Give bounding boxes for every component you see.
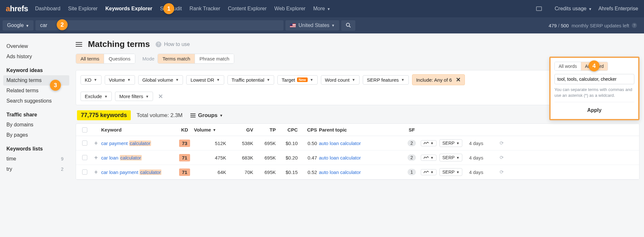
- filter-include[interactable]: Include: Any of 6✕: [412, 74, 465, 85]
- mode-label: Mode: [142, 56, 155, 61]
- expand-icon[interactable]: +: [91, 154, 101, 161]
- keyword-link[interactable]: car loan payment calculator: [101, 169, 175, 175]
- updated-cell: 4 days: [469, 169, 497, 175]
- expand-icon[interactable]: +: [91, 140, 101, 147]
- sidebar-overview[interactable]: Overview: [3, 41, 69, 51]
- nav-dashboard[interactable]: Dashboard: [35, 6, 60, 12]
- parent-topic-link[interactable]: auto loan calculator: [319, 155, 403, 160]
- chevron-down-icon: ▼: [216, 78, 220, 82]
- menu-toggle-icon[interactable]: [76, 42, 82, 47]
- refresh-icon[interactable]: ⟳: [497, 140, 506, 146]
- sidebar-list-time[interactable]: time9: [3, 154, 69, 164]
- logo-rest: hrefs: [10, 4, 28, 13]
- row-checkbox[interactable]: [82, 155, 87, 160]
- row-checkbox[interactable]: [82, 169, 87, 175]
- col-keyword[interactable]: Keyword: [101, 127, 175, 132]
- toggle-terms-match[interactable]: Terms match: [158, 54, 195, 63]
- credits-usage[interactable]: Credits usage▼: [555, 6, 592, 12]
- sidebar-by-pages[interactable]: By pages: [3, 130, 69, 140]
- cpc-cell: $0.10: [278, 141, 300, 146]
- plan-name[interactable]: Ahrefs Enterprise: [598, 6, 638, 12]
- logo[interactable]: ahrefs: [6, 4, 28, 13]
- col-volume[interactable]: Volume▼: [194, 127, 229, 132]
- filter-word-count[interactable]: Word count▼: [321, 75, 360, 85]
- country-select[interactable]: United States ▼: [285, 20, 339, 31]
- updated-cell: 4 days: [469, 141, 497, 146]
- chevron-down-icon: ▼: [430, 141, 434, 145]
- how-to-use[interactable]: ?How to use: [156, 41, 190, 47]
- table-header: Keyword KD Volume▼ GV TP CPC CPS Parent …: [76, 124, 639, 136]
- filter-target[interactable]: TargetNew▼: [277, 75, 317, 85]
- groups-icon: [190, 114, 196, 117]
- search-button[interactable]: [341, 20, 355, 31]
- col-tp[interactable]: TP: [255, 127, 278, 132]
- include-terms-input[interactable]: [554, 74, 634, 84]
- trend-menu[interactable]: ▼: [421, 140, 437, 146]
- sf-badge[interactable]: 2: [408, 154, 416, 161]
- sf-badge[interactable]: 2: [408, 140, 416, 146]
- clear-filters-icon[interactable]: ✕: [158, 93, 163, 100]
- keyword-input[interactable]: [35, 20, 284, 31]
- volume-cell: 512K: [194, 141, 229, 146]
- expand-icon[interactable]: +: [91, 169, 101, 176]
- cps-cell: 0.52: [300, 169, 319, 175]
- keyword-link[interactable]: car loan calculator: [101, 155, 175, 160]
- sidebar-search-suggestions[interactable]: Search suggestions: [3, 96, 69, 106]
- filter-global-volume[interactable]: Global volume▼: [138, 75, 183, 85]
- nav-site-explorer[interactable]: Site Explorer: [68, 6, 98, 12]
- kd-badge: 71: [179, 169, 190, 176]
- toggle-phrase-match[interactable]: Phrase match: [195, 54, 234, 63]
- sidebar-list-try[interactable]: try2: [3, 164, 69, 174]
- search-engine-select[interactable]: Google▼: [3, 20, 34, 31]
- tp-cell: 695K: [255, 155, 278, 160]
- col-cps[interactable]: CPS: [300, 127, 319, 132]
- nav-web-explorer[interactable]: Web Explorer: [274, 6, 306, 12]
- trend-menu[interactable]: ▼: [421, 169, 437, 175]
- col-sf[interactable]: SF: [403, 127, 421, 132]
- svg-line-1: [349, 26, 351, 27]
- filter-exclude[interactable]: Exclude▼: [81, 92, 112, 101]
- refresh-icon[interactable]: ⟳: [497, 169, 506, 175]
- chevron-down-icon: ▼: [310, 78, 313, 82]
- col-parent[interactable]: Parent topic: [319, 127, 403, 132]
- groups-dropdown[interactable]: Groups▼: [190, 112, 223, 119]
- serp-button[interactable]: SERP▼: [439, 168, 462, 176]
- apply-button[interactable]: Apply: [554, 105, 634, 115]
- include-all-words[interactable]: All words: [555, 62, 581, 70]
- chevron-down-icon: ▼: [430, 170, 434, 174]
- serp-button[interactable]: SERP▼: [439, 139, 462, 147]
- sidebar-by-domains[interactable]: By domains: [3, 120, 69, 130]
- filter-kd[interactable]: KD▼: [81, 75, 101, 85]
- keyword-count: 77,775 keywords: [77, 110, 131, 120]
- row-checkbox[interactable]: [82, 141, 87, 146]
- device-icon[interactable]: [536, 6, 542, 11]
- help-icon[interactable]: ?: [632, 23, 637, 28]
- serp-button[interactable]: SERP▼: [439, 154, 462, 161]
- cpc-cell: $0.15: [278, 169, 300, 175]
- terms-toggle: All terms Questions: [76, 54, 135, 64]
- nav-keywords-explorer[interactable]: Keywords Explorer: [105, 6, 152, 12]
- nav-more[interactable]: More▼: [313, 6, 330, 12]
- parent-topic-link[interactable]: auto loan calculator: [319, 141, 403, 146]
- filter-more[interactable]: More filters▼: [115, 92, 153, 101]
- select-all-checkbox[interactable]: [82, 127, 87, 132]
- col-kd[interactable]: KD: [175, 127, 194, 132]
- nav-content-explorer[interactable]: Content Explorer: [228, 6, 267, 12]
- filter-traffic-potential[interactable]: Traffic potential▼: [227, 75, 274, 85]
- toggle-questions[interactable]: Questions: [104, 54, 135, 63]
- filter-volume[interactable]: Volume▼: [105, 75, 135, 85]
- col-gv[interactable]: GV: [229, 127, 255, 132]
- nav-rank-tracker[interactable]: Rank Tracker: [189, 6, 220, 12]
- content: Matching terms ?How to use All terms Que…: [69, 33, 644, 180]
- filter-lowest-dr[interactable]: Lowest DR▼: [186, 75, 224, 85]
- col-cpc[interactable]: CPC: [278, 127, 300, 132]
- close-icon[interactable]: ✕: [456, 76, 461, 83]
- filter-serp-features[interactable]: SERP features▼: [363, 75, 409, 85]
- sidebar-ads-history[interactable]: Ads history: [3, 51, 69, 62]
- keyword-link[interactable]: car payment calculator: [101, 141, 175, 146]
- sf-badge[interactable]: 1: [408, 169, 416, 175]
- toggle-all-terms[interactable]: All terms: [76, 54, 104, 63]
- parent-topic-link[interactable]: auto loan calculator: [319, 169, 403, 175]
- trend-menu[interactable]: ▼: [421, 155, 437, 161]
- refresh-icon[interactable]: ⟳: [497, 155, 506, 160]
